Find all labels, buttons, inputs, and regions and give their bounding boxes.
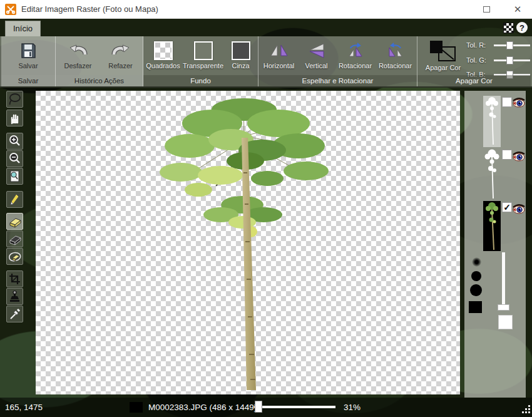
transparente-label: Transparente xyxy=(183,62,223,70)
tab-inicio[interactable]: Início xyxy=(5,21,41,36)
zoom-fit-tool[interactable] xyxy=(6,168,23,185)
layer-2-eye-icon[interactable] xyxy=(512,151,526,162)
crop-icon xyxy=(8,272,22,286)
undo-arrow-icon xyxy=(69,39,88,62)
rotate-ccw-icon xyxy=(386,39,406,62)
status-bar: 165, 1475 M0002383.JPG (486 x 1449) 31% xyxy=(0,398,532,417)
image-canvas[interactable] xyxy=(36,91,460,394)
redo-arrow-icon xyxy=(111,39,130,62)
zoom-out-tool[interactable] xyxy=(6,150,23,167)
tol-g-thumb[interactable] xyxy=(506,56,513,64)
layer-2-checkbox[interactable] xyxy=(502,150,512,160)
eraser-tool[interactable] xyxy=(6,213,23,230)
cursor-coordinates: 165, 1475 xyxy=(5,403,43,412)
crop-tool[interactable] xyxy=(6,270,23,287)
undo-button[interactable]: Desfazer xyxy=(60,38,96,70)
tol-g-track[interactable] xyxy=(494,59,530,61)
transparent-swatch xyxy=(194,39,213,62)
brush-square[interactable] xyxy=(469,301,482,313)
background-transparent-button[interactable]: Transparente xyxy=(183,38,224,70)
mirror-vertical-button[interactable]: Vertical xyxy=(299,38,335,70)
layer-1-eye-icon[interactable] xyxy=(512,97,526,108)
tol-r-track[interactable] xyxy=(494,44,530,46)
group-label-apagar-cor: Apagar Cor xyxy=(417,75,531,86)
group-apagar-cor: Apagar Cor Tol. R: ⋮ Tol. G: ⋮ Tol. B: ⋮… xyxy=(417,36,531,86)
brush-size-slider-thumb[interactable] xyxy=(498,304,509,311)
zoom-in-tool[interactable] xyxy=(6,133,23,150)
layer-1-checkbox[interactable] xyxy=(502,97,512,107)
zoom-slider-thumb[interactable] xyxy=(255,401,262,413)
ribbon: Salvar Salvar Desfazer xyxy=(0,36,532,88)
mirror-vertical-icon xyxy=(307,39,326,62)
group-label-espelhar: Espelhar e Rotacionar xyxy=(258,75,417,86)
rotacionar-ccw-label: Rotacionar xyxy=(379,62,412,70)
layer-thumbnail-3[interactable] xyxy=(483,201,501,251)
eyedropper-tool[interactable] xyxy=(6,306,23,322)
white-color-swatch[interactable] xyxy=(498,315,513,329)
rotate-cw-button[interactable]: Rotacionar xyxy=(336,38,375,70)
gray-swatch xyxy=(232,39,250,62)
group-historico: Desfazer Refazer Histórico Ações xyxy=(56,36,143,86)
tolerance-red-slider[interactable]: Tol. R: ⋮ xyxy=(466,40,532,50)
save-button[interactable]: Salvar xyxy=(10,38,46,70)
lasso-tool[interactable] xyxy=(6,91,23,108)
lasso-icon xyxy=(8,92,22,106)
zoom-out-icon xyxy=(8,152,22,166)
checkerboard-swatch xyxy=(154,39,173,62)
layer-3-eye-icon[interactable] xyxy=(512,203,526,214)
help-icon[interactable]: ? xyxy=(516,22,528,33)
zoom-slider-track[interactable] xyxy=(254,406,335,408)
rotate-cw-icon xyxy=(345,39,366,62)
layer-3-checkbox[interactable]: ✓ xyxy=(502,202,512,212)
tol-r-label: Tol. R: xyxy=(466,41,491,49)
title-bar: Editar Imagem Raster (Foto ou Mapa) ✕ xyxy=(0,0,532,19)
layer-thumbnail-2[interactable] xyxy=(483,148,501,200)
vertical-label: Vertical xyxy=(305,62,327,70)
edit-raster-dialog: Editar Imagem Raster (Foto ou Mapa) ✕ In… xyxy=(0,0,532,417)
eraser-lasso-tool[interactable] xyxy=(6,248,23,265)
resize-grip-icon[interactable] xyxy=(522,405,531,416)
pencil-tool[interactable] xyxy=(6,191,23,208)
erase-color-icon xyxy=(429,39,458,64)
stamp-tool[interactable] xyxy=(6,288,23,305)
erase-color-button[interactable]: Apagar Cor xyxy=(422,38,464,71)
pan-hand-tool[interactable] xyxy=(6,110,23,126)
redo-label: Refazer xyxy=(108,62,133,70)
brush-hard-round-small[interactable] xyxy=(471,271,481,281)
zoom-fit-icon xyxy=(8,169,22,183)
apagar-cor-label: Apagar Cor xyxy=(426,64,461,71)
brush-hard-round-large[interactable] xyxy=(470,284,482,296)
cinza-label: Cinza xyxy=(232,62,249,70)
current-color-swatch xyxy=(130,402,143,413)
save-floppy-icon xyxy=(19,39,37,62)
layers-panel: ✓ xyxy=(464,91,526,398)
save-label: Salvar xyxy=(18,62,38,70)
horizontal-label: Horizontal xyxy=(263,62,295,70)
background-checker-button[interactable]: Quadrados xyxy=(145,38,182,70)
app-scissors-icon xyxy=(5,4,16,15)
brush-size-slider-track[interactable] xyxy=(502,252,505,307)
dither-pattern-icon[interactable] xyxy=(503,23,514,33)
group-label-fundo: Fundo xyxy=(143,75,258,86)
tol-g-label: Tol. G: xyxy=(466,56,491,64)
hand-icon xyxy=(8,111,21,125)
tol-r-thumb[interactable] xyxy=(506,41,513,49)
zoom-percent: 31% xyxy=(344,403,361,412)
mirror-horizontal-button[interactable]: Horizontal xyxy=(261,38,297,70)
close-button[interactable]: ✕ xyxy=(504,0,531,19)
mirror-horizontal-icon xyxy=(269,39,289,62)
redo-button[interactable]: Refazer xyxy=(103,38,139,70)
eraser-dark-tool[interactable] xyxy=(6,230,23,247)
brush-soft-round[interactable] xyxy=(472,257,481,267)
rotate-ccw-button[interactable]: Rotacionar xyxy=(376,38,415,70)
layer-thumbnail-1[interactable] xyxy=(483,96,501,147)
maximize-button[interactable] xyxy=(473,0,500,19)
background-gray-button[interactable]: Cinza xyxy=(225,38,257,70)
eraser-icon xyxy=(8,214,23,229)
tab-strip: Início ? xyxy=(0,19,532,36)
group-salvar: Salvar Salvar xyxy=(1,36,56,86)
zoom-in-icon xyxy=(8,134,22,148)
undo-label: Desfazer xyxy=(64,62,91,70)
tolerance-green-slider[interactable]: Tol. G: ⋮ xyxy=(466,55,532,65)
group-fundo: Quadrados Transparente Cinza Fundo xyxy=(143,36,258,86)
